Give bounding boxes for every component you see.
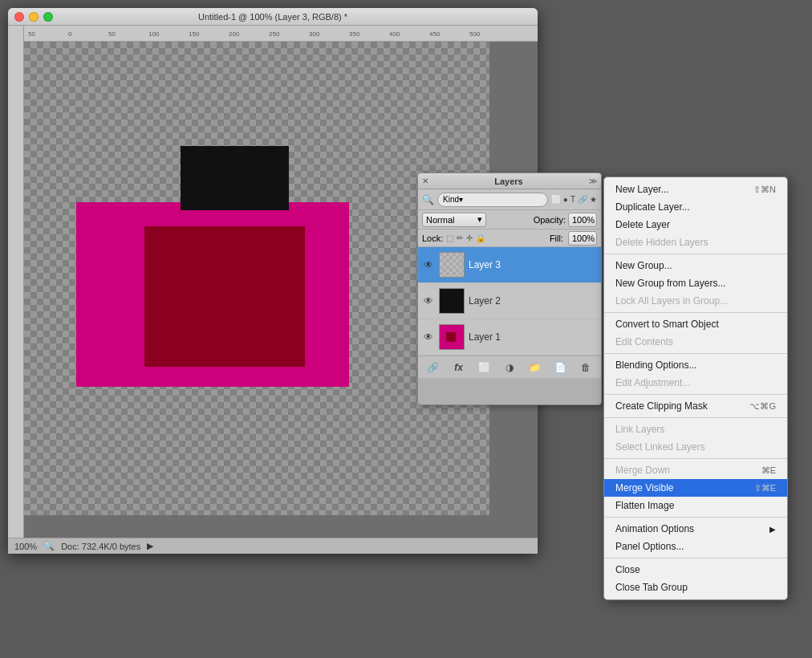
menu-link-layers-label: Link Layers: [615, 424, 664, 435]
filter-icon-2[interactable]: ●: [563, 195, 568, 204]
maximize-button[interactable]: [43, 12, 53, 22]
fill-input[interactable]: 100%: [568, 231, 597, 246]
new-layer-button[interactable]: 📄: [552, 359, 568, 376]
menu-new-group-from-layers-label: New Group from Layers...: [615, 278, 725, 289]
layer1-thumb-inner: [446, 332, 456, 342]
menu-delete-layer[interactable]: Delete Layer: [604, 216, 787, 234]
filter-icon-1[interactable]: ⬜: [551, 195, 561, 204]
link-layers-button[interactable]: 🔗: [425, 359, 441, 376]
menu-sep-8: [604, 558, 787, 558]
doc-info: Doc: 732.4K/0 bytes: [61, 542, 140, 551]
panel-close-icon[interactable]: ✕: [422, 177, 428, 185]
layer-thumb-2: [439, 288, 465, 314]
layer-item-1[interactable]: 👁 Layer 1: [418, 319, 601, 355]
menu-sep-1: [604, 254, 787, 254]
eye-icon-layer1[interactable]: 👁: [422, 331, 435, 343]
menu-blending-options-label: Blending Options...: [615, 359, 696, 371]
svg-text:350: 350: [349, 30, 360, 38]
filter-icon-5[interactable]: ★: [590, 195, 597, 204]
status-bar: 100% 🔍 Doc: 732.4K/0 bytes ▶: [8, 538, 538, 554]
lock-position-icon[interactable]: ✛: [466, 234, 473, 242]
menu-close-tab-group-label: Close Tab Group: [615, 582, 688, 593]
menu-new-layer[interactable]: New Layer... ⇧⌘N: [604, 181, 787, 198]
filter-icon-4[interactable]: 🔗: [578, 195, 587, 204]
lock-transparent-icon[interactable]: ⬚: [446, 234, 453, 242]
layer-name-2: Layer 2: [469, 295, 597, 307]
submenu-arrow-animation: ▶: [769, 525, 776, 534]
menu-flatten-image[interactable]: Flatten Image: [604, 497, 787, 514]
menu-close-tab-group[interactable]: Close Tab Group: [604, 579, 787, 596]
lock-image-icon[interactable]: ✏: [457, 234, 463, 242]
add-mask-button[interactable]: ⬜: [476, 359, 492, 376]
panel-expand-icon[interactable]: ≫: [589, 177, 597, 185]
menu-merge-visible[interactable]: Merge Visible ⇧⌘E: [604, 479, 787, 497]
menu-new-layer-label: New Layer...: [615, 184, 669, 195]
menu-sep-4: [604, 394, 787, 395]
menu-merge-down-label: Merge Down: [615, 465, 670, 476]
layer-name-1: Layer 1: [469, 331, 597, 343]
blend-mode-chevron: ▾: [477, 214, 482, 225]
menu-sep-2: [604, 312, 787, 313]
menu-new-layer-shortcut: ⇧⌘N: [753, 185, 776, 195]
menu-create-clipping-mask[interactable]: Create Clipping Mask ⌥⌘G: [604, 397, 787, 415]
menu-duplicate-layer-label: Duplicate Layer...: [615, 201, 690, 213]
window-title: Untitled-1 @ 100% (Layer 3, RGB/8) *: [198, 12, 347, 22]
blend-mode-value: Normal: [426, 215, 454, 225]
menu-new-group[interactable]: New Group...: [604, 257, 787, 274]
layers-panel-title: Layers: [494, 177, 522, 186]
zoom-level: 100%: [14, 542, 37, 551]
menu-duplicate-layer[interactable]: Duplicate Layer...: [604, 198, 787, 216]
layer-item-2[interactable]: 👁 Layer 2: [418, 283, 601, 319]
layers-toolbar: 🔗 fx ⬜ ◑ 📁 📄 🗑: [418, 355, 601, 378]
kind-label: Kind: [443, 195, 459, 204]
titlebar: Untitled-1 @ 100% (Layer 3, RGB/8) *: [8, 8, 538, 26]
black-layer: [181, 146, 289, 210]
layer-name-3: Layer 3: [469, 259, 597, 270]
new-group-button[interactable]: 📁: [527, 359, 543, 376]
close-button[interactable]: [14, 12, 24, 22]
layers-panel-titlebar: ✕ Layers ≫: [418, 173, 601, 189]
menu-convert-smart-object-label: Convert to Smart Object: [615, 319, 719, 330]
dark-red-layer: [144, 226, 305, 367]
fill-value: 100%: [572, 234, 595, 243]
menu-edit-adjustment: Edit Adjustment...: [604, 374, 787, 392]
traffic-lights: [14, 12, 53, 22]
delete-layer-button[interactable]: 🗑: [578, 359, 594, 376]
menu-panel-options-label: Panel Options...: [615, 541, 684, 552]
fx-button[interactable]: fx: [451, 359, 467, 376]
layer2-thumbnail-fill: [440, 289, 464, 313]
ruler-ticks-horizontal: 50 0 50 100 150 200 250 300 350 400 450 …: [24, 26, 538, 41]
menu-flatten-image-label: Flatten Image: [615, 500, 674, 511]
svg-text:50: 50: [28, 30, 35, 38]
lock-all-icon[interactable]: 🔒: [476, 234, 485, 242]
layer-item-3[interactable]: 👁 Layer 3: [418, 247, 601, 283]
layer-thumb-1: [439, 324, 465, 350]
menu-edit-contents: Edit Contents: [604, 333, 787, 351]
menu-lock-all-layers: Lock All Layers in Group...: [604, 292, 787, 310]
menu-animation-options-label: Animation Options: [615, 523, 694, 534]
eye-icon-layer2[interactable]: 👁: [422, 294, 435, 307]
blend-mode-dropdown[interactable]: Normal ▾: [422, 213, 486, 227]
filter-icon-3[interactable]: T: [570, 195, 575, 204]
artwork: [76, 94, 437, 479]
svg-text:100: 100: [148, 30, 160, 38]
adjustment-button[interactable]: ◑: [501, 359, 518, 376]
menu-delete-layer-label: Delete Layer: [615, 219, 670, 230]
lock-label: Lock:: [422, 234, 443, 243]
eye-icon-layer3[interactable]: 👁: [422, 258, 435, 271]
menu-close[interactable]: Close: [604, 561, 787, 579]
menu-new-group-from-layers[interactable]: New Group from Layers...: [604, 274, 787, 292]
menu-merge-visible-shortcut: ⇧⌘E: [754, 483, 776, 494]
search-box[interactable]: Kind ▾: [437, 193, 548, 207]
menu-convert-smart-object[interactable]: Convert to Smart Object: [604, 315, 787, 333]
minimize-button[interactable]: [29, 12, 39, 22]
opacity-input[interactable]: 100%: [568, 213, 597, 227]
menu-blending-options[interactable]: Blending Options...: [604, 356, 787, 374]
fill-label: Fill:: [550, 234, 563, 243]
menu-animation-options[interactable]: Animation Options ▶: [604, 520, 787, 538]
svg-text:150: 150: [189, 30, 200, 38]
menu-panel-options[interactable]: Panel Options...: [604, 538, 787, 555]
menu-sep-3: [604, 353, 787, 354]
layers-list: 👁 Layer 3 👁 Layer 2 👁 Layer 1: [418, 247, 601, 355]
context-menu: New Layer... ⇧⌘N Duplicate Layer... Dele…: [603, 177, 788, 600]
